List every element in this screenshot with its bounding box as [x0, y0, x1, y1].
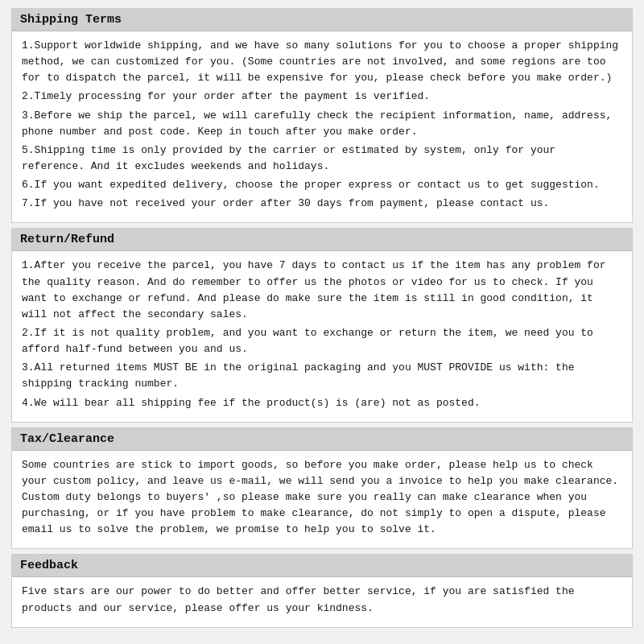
paragraph: 3.Before we ship the parcel, we will car…	[22, 108, 622, 140]
section-feedback: FeedbackFive stars are our power to do b…	[11, 554, 633, 627]
paragraph: 7.If you have not received your order af…	[22, 196, 622, 212]
paragraph: 3.All returned items MUST BE in the orig…	[22, 360, 622, 392]
section-title-shipping-terms: Shipping Terms	[20, 13, 122, 27]
section-return-refund: Return/Refund1.After you receive the par…	[11, 228, 633, 422]
paragraph: 2.If it is not quality problem, and you …	[22, 325, 622, 357]
paragraph: Five stars are our power to do better an…	[22, 584, 622, 616]
section-header-return-refund: Return/Refund	[12, 229, 632, 251]
paragraph: 6.If you want expedited delivery, choose…	[22, 177, 622, 193]
paragraph: 2.Timely processing for your order after…	[22, 89, 622, 105]
section-header-shipping-terms: Shipping Terms	[12, 9, 632, 31]
section-shipping-terms: Shipping Terms1.Support worldwide shippi…	[11, 8, 633, 223]
section-header-tax-clearance: Tax/Clearance	[12, 428, 632, 451]
paragraph: 1.Support worldwide shipping, and we hav…	[22, 38, 622, 86]
section-tax-clearance: Tax/ClearanceSome countries are stick to…	[11, 427, 633, 550]
section-body-feedback: Five stars are our power to do better an…	[12, 577, 632, 626]
section-title-tax-clearance: Tax/Clearance	[20, 432, 114, 446]
paragraph: 1.After you receive the parcel, you have…	[22, 258, 622, 323]
section-body-tax-clearance: Some countries are stick to import goods…	[12, 451, 632, 549]
section-header-feedback: Feedback	[12, 555, 632, 577]
section-body-shipping-terms: 1.Support worldwide shipping, and we hav…	[12, 31, 632, 222]
paragraph: Some countries are stick to import goods…	[22, 457, 622, 539]
page-container: Shipping Terms1.Support worldwide shippi…	[0, 0, 644, 644]
section-title-return-refund: Return/Refund	[20, 233, 114, 246]
paragraph: 4.We will bear all shipping fee if the p…	[22, 395, 622, 411]
section-title-feedback: Feedback	[20, 559, 78, 572]
section-body-return-refund: 1.After you receive the parcel, you have…	[12, 251, 632, 421]
paragraph: 5.Shipping time is only provided by the …	[22, 142, 622, 175]
